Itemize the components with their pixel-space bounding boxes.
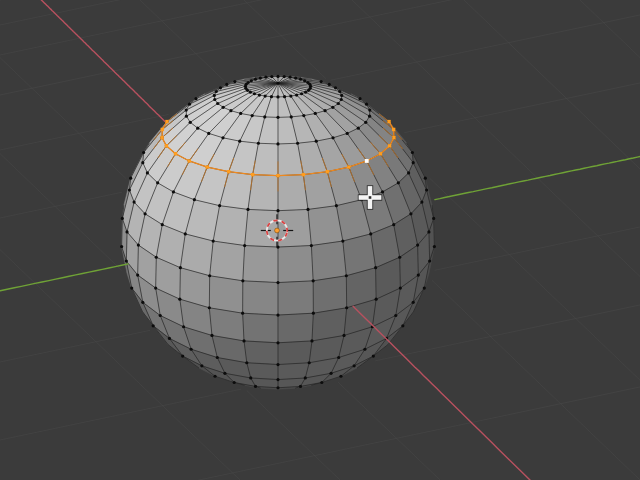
object-origin-icon xyxy=(275,228,280,233)
active-vertex[interactable] xyxy=(365,159,369,163)
scene-canvas[interactable] xyxy=(0,0,640,480)
3d-viewport[interactable] xyxy=(0,0,640,480)
